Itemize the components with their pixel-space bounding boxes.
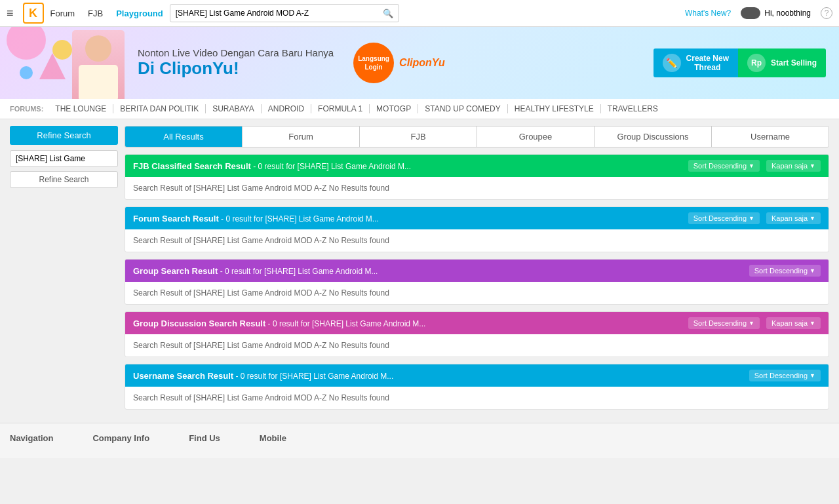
user-greeting: Hi, noobthing <box>764 9 811 18</box>
create-thread-button[interactable]: ✏️ Create New Thread <box>654 48 738 77</box>
refine-search-button[interactable]: Refine Search <box>10 126 118 145</box>
sidebar-search-input[interactable] <box>10 150 118 167</box>
fjb-sort-button[interactable]: Sort Descending <box>688 160 760 172</box>
group-disc-time-button[interactable]: Kapan saja <box>766 317 821 329</box>
forum-result-body: Search Result of [SHARE] List Game Andro… <box>125 229 829 252</box>
fjb-result-title: FJB Classified Search Result - 0 result … <box>133 161 411 171</box>
group-result-body: Search Result of [SHARE] List Game Andro… <box>125 282 829 304</box>
tab-all-results[interactable]: All Results <box>125 126 243 147</box>
forum-android[interactable]: ANDROID <box>262 104 311 113</box>
footer-navigation: Navigation <box>10 433 53 448</box>
username-result-title: Username Search Result - 0 result for [S… <box>133 371 393 381</box>
footer: Navigation Company Info Find Us Mobile <box>0 423 839 458</box>
fjb-result-header: FJB Classified Search Result - 0 result … <box>125 155 829 177</box>
group-result-title: Group Search Result - 0 result for [SHAR… <box>133 266 378 276</box>
tab-username[interactable]: Username <box>712 126 829 147</box>
forum-berita[interactable]: BERITA DAN POLITIK <box>113 104 206 113</box>
rupiah-icon: Rp <box>747 54 766 72</box>
fjb-result-section: FJB Classified Search Result - 0 result … <box>125 154 829 200</box>
username-result-header: Username Search Result - 0 result for [S… <box>125 364 829 387</box>
pencil-icon: ✏️ <box>663 54 681 72</box>
logo[interactable]: K <box>23 3 44 24</box>
start-selling-button[interactable]: Rp Start Selling <box>738 48 826 77</box>
group-disc-result-body: Search Result of [SHARE] List Game Andro… <box>125 334 829 357</box>
forum-result-header: Forum Search Result - 0 result for [SHAR… <box>125 207 829 229</box>
cliponyu-brand: CliponYu <box>399 57 445 69</box>
forum-formula1[interactable]: FORMULA 1 <box>311 104 370 113</box>
forum-time-button[interactable]: Kapan saja <box>766 212 821 224</box>
forum-travellers[interactable]: TRAVELLERS <box>601 104 665 113</box>
search-box: 🔍 <box>170 4 399 22</box>
forum-the-lounge[interactable]: THE LOUNGE <box>49 104 113 113</box>
hamburger-icon[interactable]: ≡ <box>7 7 14 20</box>
fjb-result-body: Search Result of [SHARE] List Game Andro… <box>125 177 829 199</box>
header-right: What's New? Hi, noobthing ? <box>685 7 832 19</box>
group-result-section: Group Search Result - 0 result for [SHAR… <box>125 259 829 305</box>
banner-brand: Di CliponYu! <box>138 58 334 79</box>
nav-fjb[interactable]: FJB <box>88 9 103 18</box>
result-tabs: All Results Forum FJB Groupee Group Disc… <box>125 126 829 147</box>
group-result-header: Group Search Result - 0 result for [SHAR… <box>125 260 829 282</box>
help-icon[interactable]: ? <box>821 7 832 19</box>
forum-result-title: Forum Search Result - 0 result for [SHAR… <box>133 214 379 223</box>
banner-login-btn[interactable]: Langsung Login <box>353 43 394 83</box>
nav-forum[interactable]: Forum <box>50 9 75 18</box>
banner-tagline: Nonton Live Video Dengan Cara Baru Hanya <box>138 47 334 58</box>
user-info: Hi, noobthing <box>741 7 811 19</box>
group-sort-button[interactable]: Sort Descending <box>749 265 821 277</box>
avatar <box>741 7 760 19</box>
tab-fjb[interactable]: FJB <box>360 126 477 147</box>
whats-new-link[interactable]: What's New? <box>685 9 731 18</box>
forum-healthy[interactable]: HEALTHY LIFESTYLE <box>508 104 601 113</box>
group-disc-result-controls: Sort Descending Kapan saja <box>688 317 821 329</box>
group-disc-result-title: Group Discussion Search Result - 0 resul… <box>133 319 425 328</box>
banner: Nonton Live Video Dengan Cara Baru Hanya… <box>0 27 839 99</box>
forum-surabaya[interactable]: SURABAYA <box>206 104 262 113</box>
tab-forum[interactable]: Forum <box>243 126 360 147</box>
tab-groupee[interactable]: Groupee <box>477 126 595 147</box>
header: ≡ K Forum FJB Playground 🔍 What's New? H… <box>0 0 839 27</box>
group-disc-result-section: Group Discussion Search Result - 0 resul… <box>125 311 829 357</box>
search-input[interactable] <box>176 9 383 18</box>
search-content: All Results Forum FJB Groupee Group Disc… <box>125 126 829 416</box>
group-disc-sort-button[interactable]: Sort Descending <box>688 317 760 329</box>
username-result-section: Username Search Result - 0 result for [S… <box>125 364 829 410</box>
sidebar: Refine Search Refine Search <box>10 126 118 416</box>
forum-result-section: Forum Search Result - 0 result for [SHAR… <box>125 206 829 252</box>
footer-company: Company Info <box>92 433 149 448</box>
search-icon[interactable]: 🔍 <box>383 9 393 18</box>
main-nav: Forum FJB Playground <box>50 9 163 18</box>
forums-label: FORUMS: <box>10 105 43 113</box>
footer-nav-title: Navigation <box>10 433 53 443</box>
sidebar-search-submit[interactable]: Refine Search <box>10 171 118 188</box>
forum-sort-button[interactable]: Sort Descending <box>688 212 760 224</box>
group-disc-result-header: Group Discussion Search Result - 0 resul… <box>125 312 829 334</box>
nav-playground[interactable]: Playground <box>116 9 163 18</box>
forum-result-controls: Sort Descending Kapan saja <box>688 212 821 224</box>
banner-image <box>72 30 125 99</box>
tab-group-discussions[interactable]: Group Discussions <box>595 126 712 147</box>
banner-buttons: ✏️ Create New Thread Rp Start Selling <box>654 48 826 77</box>
footer-mobile-title: Mobile <box>260 433 286 443</box>
username-result-body: Search Result of [SHARE] List Game Andro… <box>125 387 829 409</box>
fjb-result-controls: Sort Descending Kapan saja <box>688 160 821 172</box>
forums-nav: FORUMS: THE LOUNGE BERITA DAN POLITIK SU… <box>0 99 839 119</box>
fjb-time-button[interactable]: Kapan saja <box>766 160 821 172</box>
footer-find-us: Find Us <box>189 433 220 448</box>
forum-standup[interactable]: STAND UP COMEDY <box>418 104 508 113</box>
footer-mobile: Mobile <box>260 433 286 448</box>
footer-findus-title: Find Us <box>189 433 220 443</box>
group-result-controls: Sort Descending <box>749 265 821 277</box>
footer-company-title: Company Info <box>92 433 149 443</box>
main-content: Refine Search Refine Search All Results … <box>0 119 839 423</box>
username-result-controls: Sort Descending <box>749 370 821 381</box>
forum-motogp[interactable]: MOTOGP <box>370 104 418 113</box>
username-sort-button[interactable]: Sort Descending <box>749 370 821 381</box>
